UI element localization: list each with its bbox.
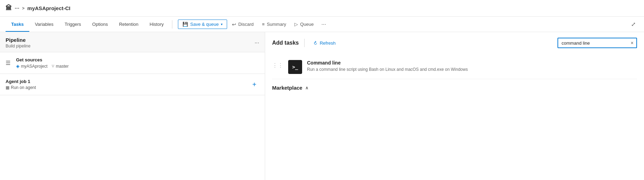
- tab-history[interactable]: History: [144, 17, 169, 32]
- get-sources-title: Get sources: [16, 57, 69, 62]
- agent-job-subtitle: ▦ Run on agent: [6, 85, 36, 90]
- page-title: myASAproject-CI: [27, 5, 70, 11]
- main-layout: Pipeline Build pipeline ··· ☰ Get source…: [0, 32, 644, 180]
- add-tasks-label: Add tasks: [272, 40, 299, 46]
- marketplace-section: Marketplace ∧: [272, 85, 637, 91]
- get-sources-meta: ◈ myASAproject ⑂ master: [16, 63, 69, 69]
- task-icon: >_: [288, 60, 302, 74]
- header-divider: [304, 39, 305, 47]
- breadcrumb-chevron: >: [22, 6, 24, 11]
- nav-tabs-bar: Tasks Variables Triggers Options Retenti…: [0, 17, 644, 32]
- task-name[interactable]: Command line: [307, 60, 468, 66]
- search-box: ×: [557, 38, 637, 48]
- save-queue-dropdown-arrow: ▾: [221, 22, 223, 26]
- tab-tasks[interactable]: Tasks: [6, 17, 29, 32]
- nav-divider: [172, 20, 172, 29]
- command-line-icon: >_: [292, 64, 298, 70]
- search-input[interactable]: [558, 39, 628, 47]
- drag-handle: ⋮⋮: [272, 60, 283, 69]
- agent-job-row[interactable]: Agent job 1 ▦ Run on agent +: [0, 74, 265, 95]
- pipeline-header-info: Pipeline Build pipeline: [6, 37, 30, 48]
- left-panel: Pipeline Build pipeline ··· ☰ Get source…: [0, 32, 265, 180]
- queue-button[interactable]: ▷ Queue: [291, 20, 317, 29]
- task-result-command-line: ⋮⋮ >_ Command line Run a command line sc…: [272, 55, 637, 79]
- marketplace-label: Marketplace: [272, 85, 302, 91]
- get-sources-row[interactable]: ☰ Get sources ◈ myASAproject ⑂ master: [0, 52, 265, 74]
- refresh-button[interactable]: ↻ Refresh: [310, 39, 339, 47]
- task-info: Command line Run a command line script u…: [307, 60, 468, 73]
- castle-icon: 🏛: [6, 5, 12, 12]
- get-sources-icon: ☰: [6, 60, 10, 66]
- task-description: Run a command line script using Bash on …: [307, 67, 468, 73]
- nav-actions: 💾 Save & queue ▾ ↩ Discard ≡ Summary ▷ Q…: [178, 20, 329, 29]
- discard-icon: ↩: [232, 22, 236, 27]
- summary-button[interactable]: ≡ Summary: [259, 20, 290, 29]
- add-task-button[interactable]: +: [249, 79, 259, 90]
- marketplace-header[interactable]: Marketplace ∧: [272, 85, 637, 91]
- search-clear-button[interactable]: ×: [628, 38, 636, 47]
- discard-button[interactable]: ↩ Discard: [229, 20, 257, 29]
- refresh-icon: ↻: [313, 40, 319, 46]
- save-icon: 💾: [182, 22, 188, 27]
- save-queue-button[interactable]: 💾 Save & queue ▾: [178, 20, 227, 29]
- expand-icon-glyph: ⤢: [631, 21, 636, 27]
- summary-icon: ≡: [262, 22, 265, 27]
- right-panel-header: Add tasks ↻ Refresh ×: [272, 38, 637, 48]
- agent-job-title: Agent job 1: [6, 79, 36, 84]
- get-sources-repo: ◈ myASAproject: [16, 63, 47, 69]
- agent-job-info: Agent job 1 ▦ Run on agent: [6, 79, 36, 90]
- tab-options[interactable]: Options: [87, 17, 113, 32]
- marketplace-chevron: ∧: [305, 85, 308, 90]
- pipeline-header: Pipeline Build pipeline ···: [0, 32, 265, 52]
- breadcrumb-dots[interactable]: ···: [15, 5, 19, 12]
- pipeline-name: Pipeline: [6, 37, 30, 43]
- queue-icon: ▷: [294, 22, 298, 27]
- more-options-button[interactable]: ···: [319, 20, 329, 29]
- tab-retention[interactable]: Retention: [113, 17, 144, 32]
- pipeline-menu-button[interactable]: ···: [255, 40, 259, 46]
- get-sources-branch: ⑂ master: [52, 63, 69, 69]
- tab-variables[interactable]: Variables: [29, 17, 59, 32]
- vsts-icon: ◈: [16, 63, 20, 69]
- right-panel: Add tasks ↻ Refresh × ⋮⋮ >_ Command line…: [265, 32, 644, 180]
- tab-triggers[interactable]: Triggers: [59, 17, 87, 32]
- branch-icon: ⑂: [52, 63, 54, 69]
- pipeline-subtitle: Build pipeline: [6, 44, 30, 48]
- expand-button[interactable]: ⤢: [628, 19, 638, 29]
- get-sources-info: Get sources ◈ myASAproject ⑂ master: [16, 57, 69, 69]
- agent-icon: ▦: [6, 85, 9, 90]
- breadcrumb: 🏛 ··· > myASAproject-CI: [6, 5, 70, 12]
- top-bar: 🏛 ··· > myASAproject-CI: [0, 0, 644, 17]
